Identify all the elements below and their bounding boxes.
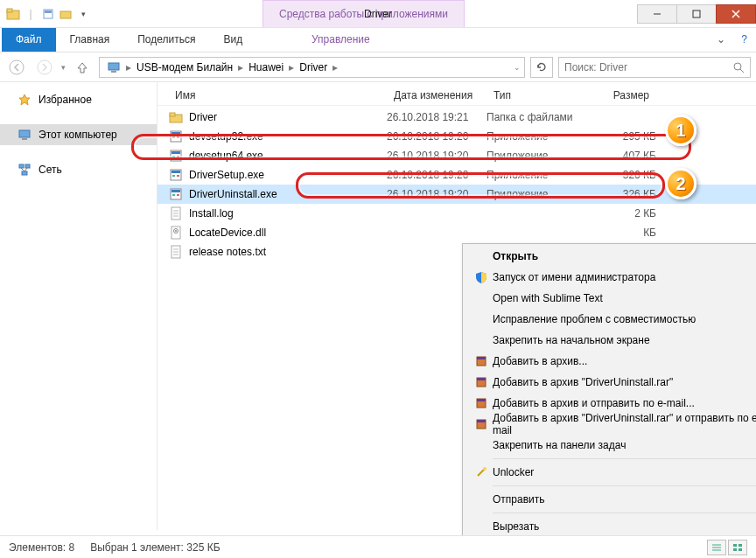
titlebar: | ▾ Средства работы с приложениями Drive… [0,0,756,28]
file-type: Приложение [486,150,586,162]
svg-rect-33 [172,171,180,173]
tab-file[interactable]: Файл [2,28,56,52]
file-row[interactable]: LocateDevice.dllКБ [158,223,756,242]
file-date: 26.10.2018 19:20 [387,169,486,181]
sidebar-item-network[interactable]: Сеть [0,159,157,180]
maximize-button[interactable] [676,4,717,24]
file-type: Приложение [486,169,586,181]
pc-icon[interactable] [103,61,124,73]
tab-share[interactable]: Поделиться [123,28,209,52]
minimize-button[interactable] [637,4,677,24]
back-button[interactable] [5,56,28,79]
tab-home[interactable]: Главная [56,28,124,52]
search-icon[interactable] [732,61,745,73]
chevron-right-icon[interactable]: ▸ [332,61,338,73]
column-type[interactable]: Тип [486,87,586,103]
sidebar-item-favorites[interactable]: Избранное [0,89,157,110]
file-date: 26.10.2018 19:20 [387,188,486,200]
rar-icon [470,418,493,430]
column-headers[interactable]: Имя Дата изменения Тип Размер [158,82,756,106]
column-date[interactable]: Дата изменения [387,87,486,103]
svg-rect-15 [19,130,30,137]
up-button[interactable] [71,56,94,79]
menu-rar-email-named[interactable]: Добавить в архив "DriverUninstall.rar" и… [465,414,756,435]
chevron-right-icon[interactable]: ▸ [289,61,294,73]
forward-button[interactable] [33,56,56,79]
svg-rect-17 [19,164,24,168]
svg-rect-29 [172,151,180,154]
status-count: Элементов: 8 [9,541,74,554]
chevron-right-icon[interactable]: ▸ [238,61,243,73]
column-name[interactable]: Имя [168,87,387,103]
recent-dropdown-icon[interactable]: ▾ [61,63,66,72]
close-button[interactable] [716,4,756,24]
file-row[interactable]: devsetup64.exe26.10.2018 19:20Приложение… [158,146,756,165]
menu-rar-add[interactable]: Добавить в архив... [465,351,756,372]
breadcrumb-item[interactable]: USB-модем Билайн [133,61,236,73]
svg-rect-3 [45,10,52,13]
menu-unlocker[interactable]: Unlocker▶ [465,462,756,483]
file-size: 326 КБ [586,169,656,181]
file-row[interactable]: Install.log2 КБ [158,204,756,223]
txt-icon [168,206,184,220]
help-icon[interactable]: ? [741,33,747,46]
rar-icon [470,376,493,388]
menu-pin-taskbar[interactable]: Закрепить на панели задач [465,435,756,456]
breadcrumb[interactable]: ▸ USB-модем Билайн ▸ Huawei ▸ Driver ▸ ⌄ [99,57,525,78]
menu-separator [493,513,756,513]
file-name: release notes.txt [189,246,387,258]
svg-rect-19 [22,171,27,175]
tab-view[interactable]: Вид [209,28,256,52]
rar-icon [470,397,493,409]
menu-separator [493,458,756,459]
svg-rect-23 [170,113,175,116]
file-name: DriverSetup.exe [189,169,387,181]
new-folder-icon[interactable] [58,6,74,22]
menu-open[interactable]: Открыть [465,246,756,267]
svg-rect-37 [172,190,180,192]
file-name: LocateDevice.dll [189,227,387,239]
annotation-badge: 1 [665,115,696,146]
pc-icon [18,128,32,142]
view-icons-button[interactable] [728,540,747,555]
file-size: 326 КБ [586,188,656,200]
file-name: devsetup32.exe [189,130,387,143]
file-name: DriverUninstall.exe [189,188,387,200]
file-size: 295 КБ [586,130,656,143]
refresh-button[interactable] [530,57,553,78]
svg-rect-27 [177,136,179,138]
breadcrumb-item[interactable]: Huawei [245,61,287,73]
menu-send-to[interactable]: Отправить▶ [465,489,756,510]
status-selection: Выбран 1 элемент: 325 КБ [90,541,220,554]
svg-rect-58 [477,420,486,422]
breadcrumb-dropdown-icon[interactable]: ⌄ [514,63,521,72]
menu-rar-add-named[interactable]: Добавить в архив "DriverUninstall.rar" [465,372,756,393]
menu-cut[interactable]: Вырезать [465,516,756,537]
menu-separator [493,485,756,486]
menu-open-sublime[interactable]: Open with Sublime Text [465,288,756,309]
qat-dropdown-icon[interactable]: ▾ [75,6,91,22]
menu-run-as-admin[interactable]: Запуск от имени администратора [465,267,756,288]
search-field[interactable] [564,61,727,73]
svg-rect-12 [111,71,116,73]
star-icon [18,93,32,107]
context-menu: Открыть Запуск от имени администратора O… [462,243,756,558]
svg-rect-6 [693,10,700,17]
exe-icon [168,129,184,143]
svg-rect-25 [172,132,180,135]
exe-icon [168,187,184,201]
ribbon-expand-icon[interactable]: ⌄ [717,33,725,46]
chevron-right-icon[interactable]: ▸ [126,61,131,73]
dll-icon [168,226,184,240]
breadcrumb-item[interactable]: Driver [296,61,331,73]
menu-rar-email[interactable]: Добавить в архив и отправить по e-mail..… [465,393,756,414]
sidebar-item-this-pc[interactable]: Этот компьютер [0,124,157,145]
menu-pin-start[interactable]: Закрепить на начальном экране [465,330,756,351]
column-size[interactable]: Размер [586,87,656,103]
menu-compat-troubleshoot[interactable]: Исправление проблем с совместимостью [465,309,756,330]
svg-rect-54 [477,378,486,380]
view-details-button[interactable] [707,540,726,555]
search-input[interactable] [558,57,751,78]
properties-icon[interactable] [40,6,56,22]
tab-manage[interactable]: Управление [298,28,384,51]
